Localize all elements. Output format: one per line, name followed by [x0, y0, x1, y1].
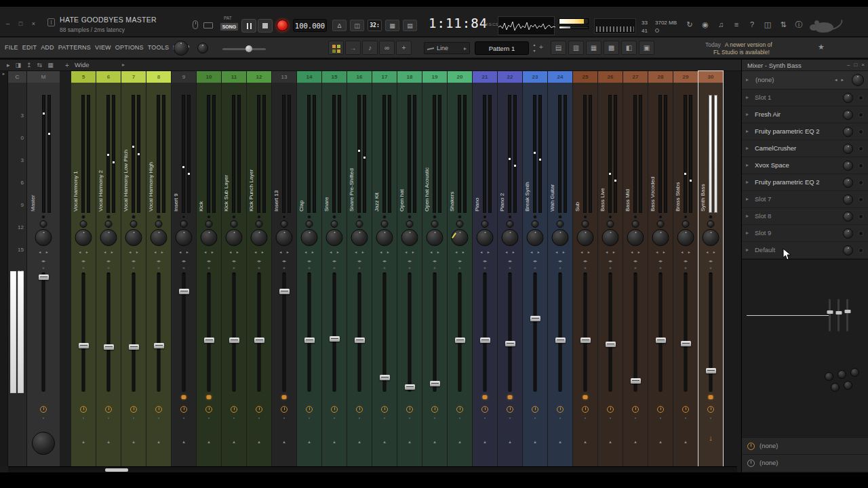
mixer-horizontal-scrollbar[interactable] — [8, 466, 737, 472]
track-number-header[interactable]: 8 — [146, 71, 171, 83]
track-width-arrows[interactable]: ◂ ▸ — [247, 249, 271, 254]
phase-arrows[interactable]: ◂▸ — [473, 258, 497, 263]
track-number-header[interactable]: 27 — [623, 71, 648, 83]
import-export-icon[interactable]: ⇅ — [777, 18, 789, 30]
track-number-header[interactable]: 21 — [473, 71, 497, 83]
fader-handle[interactable] — [480, 338, 490, 343]
menu-patterns[interactable]: PATTERNS — [56, 43, 93, 52]
mute-led[interactable] — [458, 216, 461, 218]
track-width-arrows[interactable]: ◂ ▸ — [297, 249, 321, 254]
slot-enable-led[interactable] — [859, 198, 863, 201]
phase-arrows[interactable]: ◂▸ — [172, 258, 196, 263]
phase-arrows[interactable]: ◂▸ — [297, 258, 321, 263]
fx-slot-1[interactable]: ▸Slot 1 — [742, 89, 868, 106]
track-width-arrows[interactable]: ◂ ▸ — [96, 249, 121, 254]
track-number-header[interactable]: 24 — [548, 71, 572, 83]
mixer-track-13[interactable]: 13Insert 13◂ ▸◂▸▴ — [272, 71, 296, 466]
pan-knob[interactable] — [427, 229, 443, 246]
route-up-arrow-icon[interactable]: ▴ — [347, 439, 372, 445]
plugin-delay-clock-icon[interactable] — [256, 406, 262, 413]
phase-arrows[interactable]: ◂▸ — [71, 258, 96, 263]
plugin-delay-clock-icon[interactable] — [657, 406, 664, 413]
mute-led[interactable] — [233, 216, 235, 218]
phase-arrows[interactable]: ◂▸ — [96, 258, 121, 263]
track-number-header[interactable]: 9 — [172, 71, 196, 83]
mute-led[interactable] — [258, 216, 260, 218]
update-notice-line2[interactable]: FL Studio is available! — [713, 49, 770, 56]
phase-arrows[interactable]: ◂▸ — [347, 258, 372, 263]
track-width-arrows[interactable]: ◂ ▸ — [222, 249, 246, 254]
minimize-button[interactable]: – — [4, 20, 12, 27]
pan-knob[interactable] — [301, 229, 318, 246]
record-arm-indicator[interactable] — [508, 395, 513, 399]
route-up-arrow-icon[interactable]: ▴ — [322, 439, 347, 445]
route-up-arrow-icon[interactable]: ▴ — [372, 439, 397, 445]
plugin-picker-icon[interactable]: ▣ — [639, 41, 654, 55]
pan-knob[interactable] — [176, 229, 193, 246]
midi-activity-icon[interactable]: ♫ — [715, 18, 727, 30]
volume-fader[interactable] — [358, 272, 361, 392]
track-width-arrows[interactable]: ◂ ▸ — [121, 249, 146, 254]
stereo-separation-knob[interactable] — [281, 220, 288, 228]
volume-fader[interactable] — [283, 272, 286, 392]
fader-handle[interactable] — [706, 368, 716, 373]
plugin-delay-clock-icon[interactable] — [481, 406, 488, 413]
route-up-arrow-icon[interactable]: ▴ — [548, 439, 572, 445]
record-button[interactable] — [277, 20, 288, 31]
track-number-header[interactable]: 12 — [247, 71, 271, 83]
mixer-track-18[interactable]: 18Open hat◂ ▸◂▸▴ — [397, 71, 422, 466]
fader-handle[interactable] — [606, 342, 616, 347]
eq-fader-handle[interactable] — [835, 311, 842, 314]
phase-arrows[interactable]: ◂▸ — [146, 258, 171, 263]
eq-band-fader[interactable] — [846, 299, 848, 331]
pan-knob[interactable] — [703, 229, 719, 246]
volume-fader[interactable] — [484, 272, 487, 392]
mute-led[interactable] — [709, 216, 712, 218]
menu-options[interactable]: OPTIONS — [113, 43, 146, 52]
track-number-header[interactable]: 6 — [96, 71, 121, 83]
mixer-track-22[interactable]: 22Piano 2◂ ▸◂▸▴ — [498, 71, 522, 466]
route-up-arrow-icon[interactable]: ▴ — [146, 439, 171, 445]
route-down-arrow-icon[interactable]: ↓ — [698, 434, 723, 442]
chevron-up-icon[interactable]: ▴ — [533, 43, 535, 47]
route-up-arrow-icon[interactable]: ▴ — [473, 439, 497, 445]
layout-grid-icon[interactable]: ▦ — [47, 60, 54, 70]
route-up-arrow-icon[interactable]: ▴ — [222, 439, 246, 445]
pin-button[interactable]: – — [847, 62, 850, 68]
fader-handle[interactable] — [129, 344, 139, 350]
stereo-separation-knob[interactable] — [306, 220, 313, 228]
current-column-header[interactable]: C — [8, 71, 26, 83]
track-number-header[interactable]: 18 — [397, 71, 422, 83]
fader-handle[interactable] — [430, 381, 440, 386]
menu-tools[interactable]: TOOLS — [146, 43, 171, 52]
eq-band-knob-2[interactable] — [837, 370, 846, 379]
mixer-track-15[interactable]: 15Snare◂ ▸◂▸▴ — [322, 71, 347, 466]
volume-fader[interactable] — [82, 272, 85, 392]
eq-band-knob-4[interactable] — [831, 383, 840, 392]
song-mode-button[interactable]: SONG — [220, 22, 239, 31]
fader-handle[interactable] — [631, 378, 641, 384]
plugin-delay-clock-icon[interactable] — [431, 406, 438, 413]
pan-knob[interactable] — [677, 229, 694, 246]
volume-fader[interactable] — [584, 272, 587, 392]
stereo-separation-knob[interactable] — [582, 220, 589, 228]
track-width-arrows[interactable]: ◂ ▸ — [448, 249, 472, 254]
plugin-delay-clock-icon[interactable] — [80, 406, 87, 413]
volume-fader[interactable] — [258, 272, 261, 392]
song-arrow-icon[interactable]: → — [345, 41, 361, 55]
fader-handle[interactable] — [279, 289, 290, 294]
snap-selector[interactable]: Line▸ — [424, 42, 470, 54]
route-up-arrow-icon[interactable]: ▴ — [623, 439, 648, 445]
oscilloscope[interactable] — [498, 16, 555, 35]
slot-mix-knob[interactable] — [843, 195, 853, 205]
phase-arrows[interactable]: ◂▸ — [548, 258, 572, 263]
phase-arrows[interactable]: ◂▸ — [322, 258, 347, 263]
fx-slot-10[interactable]: ▸Default — [742, 242, 868, 259]
eq-fader-handle[interactable] — [844, 310, 850, 313]
slot-enable-led[interactable] — [859, 130, 863, 134]
info-icon[interactable]: ⓘ — [793, 18, 805, 30]
send-row-2[interactable]: (none) — [742, 454, 868, 471]
mixer-track-14[interactable]: 14Clap◂ ▸◂▸▴ — [297, 71, 321, 466]
eq-fader-handle[interactable] — [827, 310, 833, 314]
mixer-track-25[interactable]: 25Sub◂ ▸◂▸▴ — [573, 71, 597, 466]
